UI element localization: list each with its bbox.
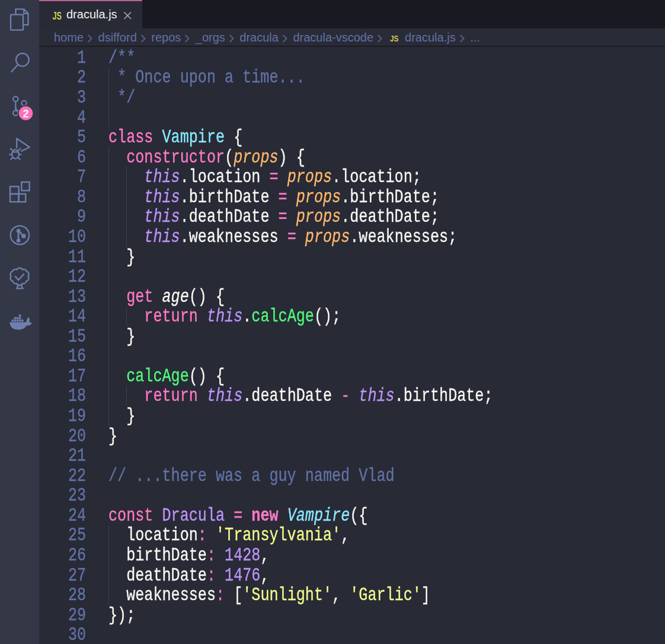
svg-text:2: 2: [23, 108, 28, 120]
svg-text:JS: JS: [53, 12, 62, 20]
svg-text:JS: JS: [390, 34, 399, 42]
